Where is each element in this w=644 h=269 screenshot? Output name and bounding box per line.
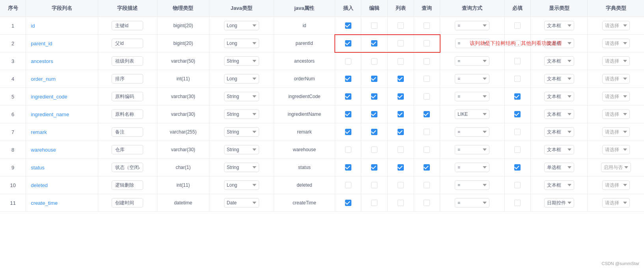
cell-query[interactable]	[414, 159, 440, 176]
checkbox-edit[interactable]	[371, 40, 377, 46]
display-type-select[interactable]: 文本框文本域下拉框单选框复选框日期控件图片上传文件上传	[544, 145, 574, 154]
checkbox-query[interactable]	[424, 182, 430, 188]
checkbox-insert[interactable]	[345, 129, 351, 135]
checkbox-list[interactable]	[398, 200, 404, 206]
query-type-select[interactable]: =!=>>=<<=LIKEBETWEEN	[455, 109, 489, 119]
cell-edit[interactable]	[361, 70, 388, 88]
cell-dict-type[interactable]: 请选择	[588, 176, 644, 194]
cell-list[interactable]	[387, 70, 414, 88]
cell-display-type[interactable]: 文本框文本域下拉框单选框复选框日期控件图片上传文件上传	[531, 194, 588, 212]
cell-edit[interactable]	[361, 17, 388, 35]
cell-query[interactable]	[414, 88, 440, 106]
dict-type-select[interactable]: 请选择	[602, 109, 630, 119]
cell-required[interactable]	[504, 176, 531, 194]
display-type-select[interactable]: 文本框文本域下拉框单选框复选框日期控件图片上传文件上传	[544, 56, 574, 66]
cell-list[interactable]	[387, 159, 414, 176]
cell-required[interactable]	[504, 35, 531, 52]
cell-java-type[interactable]: LongStringIntegerDoubleDateBigDecimal	[209, 176, 274, 194]
cell-query[interactable]	[414, 70, 440, 88]
dict-type-select[interactable]: 请选择	[602, 180, 630, 190]
cell-query-type[interactable]: =!=>>=<<=LIKEBETWEEN	[440, 123, 504, 141]
cell-query-type[interactable]: =!=>>=<<=LIKEBETWEEN	[440, 35, 504, 52]
cell-query-type[interactable]: =!=>>=<<=LIKEBETWEEN	[440, 70, 504, 88]
field-desc-input[interactable]	[112, 145, 143, 154]
cell-query[interactable]	[414, 141, 440, 159]
field-desc-input[interactable]	[112, 74, 143, 83]
cell-field-desc[interactable]	[98, 141, 157, 159]
cell-java-type[interactable]: LongStringIntegerDoubleDateBigDecimal	[209, 194, 274, 212]
checkbox-list[interactable]	[398, 93, 404, 100]
display-type-select[interactable]: 文本框文本域下拉框单选框复选框日期控件图片上传文件上传	[544, 74, 574, 83]
field-desc-input[interactable]	[112, 92, 143, 101]
cell-query-type[interactable]: =!=>>=<<=LIKEBETWEEN	[440, 17, 504, 35]
checkbox-list[interactable]	[398, 111, 404, 117]
checkbox-list[interactable]	[398, 22, 404, 29]
checkbox-required[interactable]	[514, 93, 521, 100]
checkbox-insert[interactable]	[345, 76, 351, 82]
checkbox-query[interactable]	[424, 129, 430, 135]
display-type-select[interactable]: 文本框文本域下拉框单选框复选框日期控件图片上传文件上传	[544, 198, 574, 208]
cell-list[interactable]	[387, 17, 414, 35]
checkbox-query[interactable]	[424, 40, 430, 46]
cell-dict-type[interactable]: 请选择	[588, 194, 644, 212]
checkbox-insert[interactable]	[345, 200, 351, 206]
cell-field-desc[interactable]	[98, 159, 157, 176]
checkbox-query[interactable]	[424, 22, 430, 29]
cell-edit[interactable]	[361, 52, 388, 70]
checkbox-edit[interactable]	[371, 93, 377, 100]
query-type-select[interactable]: =!=>>=<<=LIKEBETWEEN	[455, 92, 489, 101]
cell-required[interactable]	[504, 70, 531, 88]
cell-display-type[interactable]: 文本框文本域下拉框单选框复选框日期控件图片上传文件上传	[531, 35, 588, 52]
dict-type-select[interactable]: 请选择	[602, 92, 630, 101]
cell-list[interactable]	[387, 88, 414, 106]
cell-display-type[interactable]: 文本框文本域下拉框单选框复选框日期控件图片上传文件上传	[531, 106, 588, 123]
cell-query-type[interactable]: =!=>>=<<=LIKEBETWEEN	[440, 141, 504, 159]
checkbox-edit[interactable]	[371, 58, 377, 65]
query-type-select[interactable]: =!=>>=<<=LIKEBETWEEN	[455, 21, 489, 30]
dict-type-select[interactable]: 请选择	[602, 198, 630, 208]
dict-type-select[interactable]: 请选择	[602, 127, 630, 137]
cell-query[interactable]	[414, 176, 440, 194]
cell-query[interactable]	[414, 106, 440, 123]
checkbox-list[interactable]	[398, 147, 404, 153]
cell-field-desc[interactable]	[98, 70, 157, 88]
cell-list[interactable]	[387, 106, 414, 123]
checkbox-edit[interactable]	[371, 200, 377, 206]
cell-dict-type[interactable]: 请选择	[588, 35, 644, 52]
cell-java-type[interactable]: LongStringIntegerDoubleDateBigDecimal	[209, 52, 274, 70]
query-type-select[interactable]: =!=>>=<<=LIKEBETWEEN	[455, 198, 489, 208]
cell-edit[interactable]	[361, 159, 388, 176]
field-desc-input[interactable]	[112, 21, 143, 30]
checkbox-list[interactable]	[398, 182, 404, 188]
cell-insert[interactable]	[335, 52, 361, 70]
cell-insert[interactable]	[335, 106, 361, 123]
cell-dict-type[interactable]: 请选择	[588, 70, 644, 88]
cell-java-type[interactable]: LongStringIntegerDoubleDateBigDecimal	[209, 106, 274, 123]
cell-required[interactable]	[504, 52, 531, 70]
query-type-select[interactable]: =!=>>=<<=LIKEBETWEEN	[455, 74, 489, 83]
checkbox-query[interactable]	[424, 147, 430, 153]
java-type-select[interactable]: LongStringIntegerDoubleDateBigDecimal	[224, 180, 259, 190]
dict-type-select[interactable]: 启用与否启用与否	[601, 163, 631, 172]
cell-required[interactable]	[504, 141, 531, 159]
cell-edit[interactable]	[361, 88, 388, 106]
cell-field-desc[interactable]	[98, 17, 157, 35]
java-type-select[interactable]: LongStringIntegerDoubleDateBigDecimal	[224, 74, 259, 83]
checkbox-required[interactable]	[514, 22, 521, 29]
query-type-select[interactable]: =!=>>=<<=LIKEBETWEEN	[455, 56, 489, 66]
field-desc-input[interactable]	[112, 127, 143, 137]
cell-required[interactable]	[504, 17, 531, 35]
java-type-select[interactable]: LongStringIntegerDoubleDateBigDecimal	[224, 92, 259, 101]
checkbox-insert[interactable]	[345, 58, 351, 65]
cell-required[interactable]	[504, 194, 531, 212]
cell-query[interactable]	[414, 123, 440, 141]
cell-list[interactable]	[387, 194, 414, 212]
java-type-select[interactable]: LongStringIntegerDoubleDateBigDecimal	[224, 56, 259, 66]
query-type-select[interactable]: =!=>>=<<=LIKEBETWEEN	[455, 127, 489, 137]
cell-edit[interactable]	[361, 176, 388, 194]
checkbox-insert[interactable]	[345, 111, 351, 117]
checkbox-required[interactable]	[514, 129, 521, 135]
cell-field-desc[interactable]	[98, 35, 157, 52]
checkbox-list[interactable]	[398, 58, 404, 65]
field-desc-input[interactable]	[112, 180, 143, 190]
